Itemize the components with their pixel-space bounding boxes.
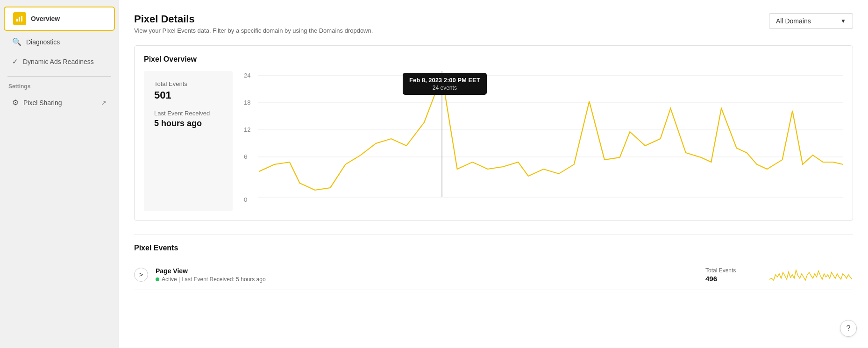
settings-section-label: Settings	[0, 81, 119, 92]
event-total-box: Total Events 496	[705, 267, 761, 283]
sidebar-diagnostics-label: Diagnostics	[26, 38, 60, 46]
external-link-icon: ↗	[101, 99, 107, 107]
event-total-value: 496	[705, 275, 761, 283]
svg-text:18: 18	[244, 99, 251, 106]
sidebar-item-pixel-sharing[interactable]: ⚙ Pixel Sharing ↗	[4, 93, 115, 112]
svg-text:12: 12	[244, 127, 251, 133]
svg-text:24: 24	[244, 72, 251, 78]
sidebar: Overview 🔍 Diagnostics ✓ Dynamic Ads Rea…	[0, 0, 119, 348]
event-sparkline	[769, 265, 853, 284]
main-content: Pixel Details View your Pixel Events dat…	[119, 0, 868, 348]
svg-rect-0	[16, 19, 18, 21]
pixel-overview-chart: Feb 8, 2023 2:00 PM EET 24 events 24 18 …	[244, 71, 843, 211]
svg-text:0: 0	[244, 197, 247, 203]
pixel-sharing-label: Pixel Sharing	[23, 99, 62, 107]
page-title: Pixel Details	[134, 13, 373, 25]
search-icon: 🔍	[12, 37, 21, 46]
sidebar-dynamic-ads-label: Dynamic Ads Readiness	[23, 58, 94, 65]
expand-button[interactable]: >	[134, 268, 148, 282]
last-event-value: 5 hours ago	[154, 119, 222, 128]
stats-box: Total Events 501 Last Event Received 5 h…	[144, 71, 233, 211]
overview-inner: Total Events 501 Last Event Received 5 h…	[144, 71, 843, 211]
chart-icon	[13, 12, 26, 25]
pixel-overview-card: Pixel Overview Total Events 501 Last Eve…	[134, 45, 853, 221]
event-status-text: Active | Last Event Received: 5 hours ag…	[162, 276, 266, 283]
svg-rect-2	[21, 16, 22, 21]
domains-dropdown-label: All Domains	[776, 17, 811, 25]
sidebar-item-diagnostics[interactable]: 🔍 Diagnostics	[4, 33, 115, 51]
sidebar-overview-label: Overview	[31, 15, 60, 22]
domains-dropdown[interactable]: All Domains ▼	[769, 13, 853, 29]
pixel-events-section: Pixel Events > Page View Active | Last E…	[134, 234, 853, 290]
sidebar-divider	[7, 76, 111, 77]
table-row: > Page View Active | Last Event Received…	[134, 260, 853, 290]
total-events-label: Total Events	[154, 80, 222, 87]
pixel-events-title: Pixel Events	[134, 244, 853, 252]
total-events-value: 501	[154, 89, 222, 101]
status-active-dot	[156, 277, 159, 281]
event-total-label: Total Events	[705, 267, 761, 274]
event-status: Active | Last Event Received: 5 hours ag…	[156, 276, 698, 283]
svg-text:6: 6	[244, 154, 247, 160]
svg-rect-1	[19, 17, 20, 21]
page-subtitle: View your Pixel Events data. Filter by a…	[134, 27, 373, 34]
sidebar-item-overview[interactable]: Overview	[4, 7, 115, 31]
help-button[interactable]: ?	[840, 320, 857, 337]
page-header: Pixel Details View your Pixel Events dat…	[134, 13, 853, 34]
sidebar-item-dynamic-ads[interactable]: ✓ Dynamic Ads Readiness	[4, 53, 115, 71]
event-name: Page View	[156, 267, 698, 275]
chart-peak-dot	[440, 73, 445, 78]
chevron-down-icon: ▼	[840, 18, 846, 24]
chart-svg: 24 18 12 6 0	[244, 71, 843, 206]
gear-icon: ⚙	[12, 98, 19, 107]
pixel-overview-title: Pixel Overview	[144, 55, 843, 64]
event-info: Page View Active | Last Event Received: …	[156, 267, 698, 283]
check-icon: ✓	[12, 57, 18, 66]
help-icon: ?	[847, 324, 851, 333]
last-event-label: Last Event Received	[154, 110, 222, 117]
